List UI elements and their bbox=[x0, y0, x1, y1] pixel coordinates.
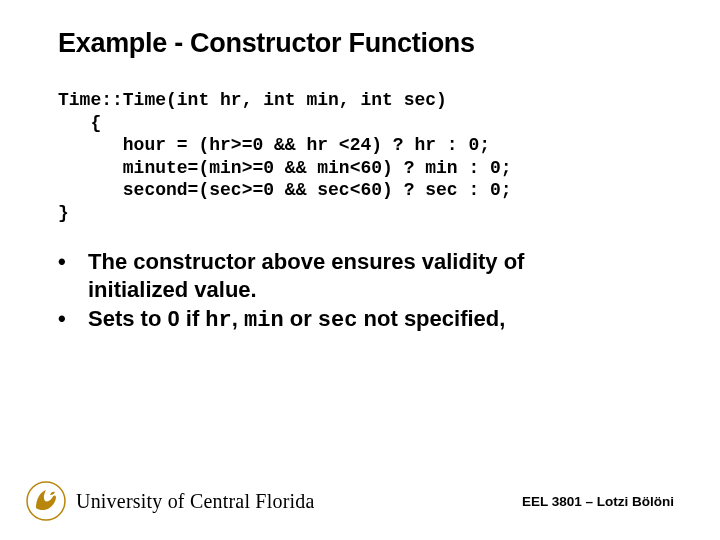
bullet-text: not specified, bbox=[357, 306, 505, 331]
bullet-item: The constructor above ensures validity o… bbox=[58, 248, 662, 303]
footer: University of Central Florida EEL 3801 –… bbox=[0, 476, 720, 526]
ucf-logo-icon bbox=[26, 481, 66, 521]
bullet-item: Sets to 0 if hr, min or sec not specifie… bbox=[58, 305, 662, 335]
bullet-text: initialized value. bbox=[88, 277, 257, 302]
inline-code-min: min bbox=[244, 308, 284, 333]
code-block: Time::Time(int hr, int min, int sec) { h… bbox=[58, 89, 662, 224]
university-name: University of Central Florida bbox=[76, 490, 315, 513]
inline-code-sec: sec bbox=[318, 308, 358, 333]
svg-point-0 bbox=[27, 482, 65, 520]
bullet-text: , bbox=[232, 306, 244, 331]
bullet-text: The constructor above ensures validity o… bbox=[88, 249, 524, 274]
bullet-text: Sets to 0 if bbox=[88, 306, 205, 331]
slide: Example - Constructor Functions Time::Ti… bbox=[0, 0, 720, 540]
course-info: EEL 3801 – Lotzi Bölöni bbox=[522, 494, 674, 509]
bullet-text: or bbox=[284, 306, 318, 331]
inline-code-hr: hr bbox=[205, 308, 231, 333]
slide-title: Example - Constructor Functions bbox=[58, 28, 662, 59]
bullet-list: The constructor above ensures validity o… bbox=[58, 248, 662, 335]
logo-group: University of Central Florida bbox=[26, 481, 315, 521]
